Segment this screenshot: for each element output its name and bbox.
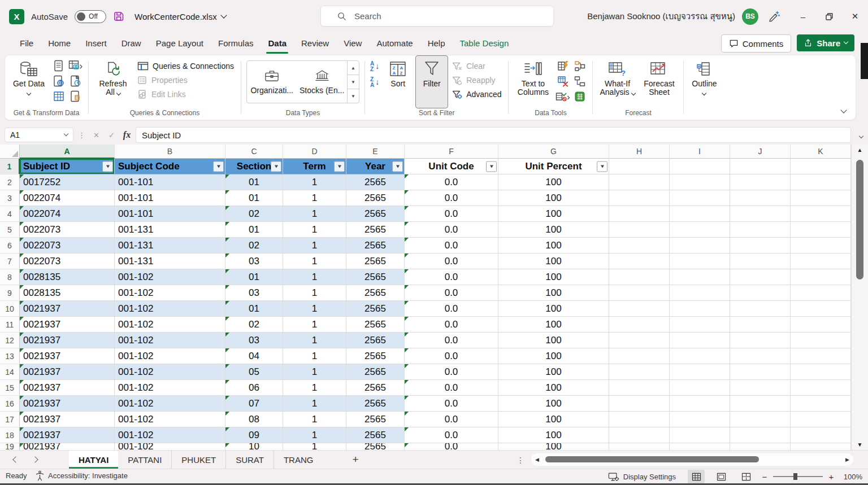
cell[interactable]: 1 [283,396,346,412]
cell[interactable] [730,254,791,269]
zoom-out-button[interactable]: − [758,472,771,482]
zoom-in-button[interactable]: + [825,472,837,482]
reapply-filter-button[interactable]: Reapply [449,75,504,86]
cell[interactable] [730,238,791,254]
cell[interactable]: 0021937 [20,380,115,396]
cell[interactable]: 1 [283,301,346,317]
tab-data[interactable]: Data [261,33,294,54]
cell[interactable] [609,412,670,427]
tab-file[interactable]: File [12,33,41,54]
cell[interactable]: 001-102 [115,333,225,348]
formula-bar-grip[interactable]: ⋮ [76,131,88,139]
text-to-columns-button[interactable]: Text to Columns [513,55,553,108]
cell[interactable]: 001-131 [115,238,225,254]
cell[interactable] [730,190,791,206]
cell[interactable]: 2565 [346,254,405,269]
from-text-csv-button[interactable] [54,60,64,72]
header-cell-subject-code[interactable]: Subject Code [115,159,225,174]
cell[interactable]: 1 [283,254,346,269]
cell[interactable]: 06 [225,380,283,396]
cell[interactable] [730,222,791,238]
cell[interactable] [791,380,851,396]
close-button[interactable]: ✕ [842,0,868,33]
row-header-18[interactable]: 18 [0,427,20,443]
cell[interactable] [670,301,730,317]
cell[interactable]: 02 [225,206,283,222]
row-header-10[interactable]: 10 [0,301,20,317]
row-header-12[interactable]: 12 [0,333,20,348]
cell[interactable] [670,364,730,380]
cell[interactable]: 1 [283,427,346,443]
cell[interactable] [609,206,670,222]
share-button[interactable]: Share [797,34,854,51]
filter-button-b[interactable] [213,161,224,172]
cell[interactable] [730,206,791,222]
cell[interactable]: 0022073 [20,222,115,238]
row-header-3[interactable]: 3 [0,190,20,206]
cell[interactable] [730,285,791,301]
cell[interactable]: 100 [498,317,609,333]
cell[interactable] [730,380,791,396]
cell[interactable]: 0.0 [405,301,498,317]
cell[interactable] [609,269,670,285]
cell[interactable] [609,222,670,238]
cell[interactable]: 2565 [346,285,405,301]
cell[interactable]: 01 [225,269,283,285]
cell[interactable]: 2565 [346,333,405,348]
cell[interactable]: 0.0 [405,269,498,285]
header-cell-year[interactable]: Year [346,159,405,174]
cell[interactable]: 0021937 [20,348,115,364]
tab-automate[interactable]: Automate [369,33,420,54]
clear-filter-button[interactable]: Clear [449,60,504,72]
cell[interactable]: 02 [225,238,283,254]
cell[interactable]: 1 [283,206,346,222]
cell[interactable]: 1 [283,364,346,380]
cell[interactable] [791,159,851,174]
cell[interactable]: 100 [498,285,609,301]
column-header-i[interactable]: I [670,145,730,159]
cell[interactable] [609,380,670,396]
gallery-more-button[interactable]: ▼ [348,89,359,103]
cell[interactable]: 0028135 [20,285,115,301]
file-name[interactable]: WorkCenterCode.xlsx [134,12,226,21]
tab-review[interactable]: Review [294,33,336,54]
cell[interactable]: 1 [283,412,346,427]
cell[interactable] [730,174,791,190]
cell[interactable]: 0021937 [20,412,115,427]
filter-button-f[interactable] [486,161,497,172]
cell[interactable] [670,254,730,269]
new-sheet-button[interactable]: + [352,451,358,469]
tab-insert[interactable]: Insert [78,33,114,54]
filter-button-a[interactable] [102,161,113,172]
column-header-b[interactable]: B [115,145,225,159]
cell[interactable]: 0.0 [405,427,498,443]
column-header-h[interactable]: H [609,145,670,159]
forecast-sheet-button[interactable]: Forecast Sheet [639,55,679,108]
cell[interactable] [609,348,670,364]
vertical-scroll-thumb[interactable] [856,160,863,279]
cell[interactable] [609,427,670,443]
cell[interactable]: 2565 [346,190,405,206]
tab-page-layout[interactable]: Page Layout [149,33,211,54]
cell[interactable]: 0.0 [405,254,498,269]
header-cell-unit-percent[interactable]: Unit Percent [498,159,609,174]
column-header-c[interactable]: C [225,145,283,159]
existing-connections-button[interactable] [70,90,81,103]
cell[interactable]: 0028135 [20,269,115,285]
data-validation-button[interactable] [555,91,570,102]
row-header-9[interactable]: 9 [0,285,20,301]
row-header-15[interactable]: 15 [0,380,20,396]
cell[interactable]: 0.0 [405,285,498,301]
cell[interactable] [791,333,851,348]
cell[interactable]: 0022074 [20,190,115,206]
row-header-5[interactable]: 5 [0,222,20,238]
cell[interactable]: 100 [498,301,609,317]
tab-view[interactable]: View [336,33,369,54]
cell[interactable]: 100 [498,333,609,348]
cell[interactable]: 1 [283,174,346,190]
cell[interactable]: 0.0 [405,412,498,427]
status-ready[interactable]: Ready [6,471,27,480]
advanced-filter-button[interactable]: Advanced [449,89,504,100]
cell[interactable] [791,190,851,206]
cell[interactable]: 100 [498,222,609,238]
